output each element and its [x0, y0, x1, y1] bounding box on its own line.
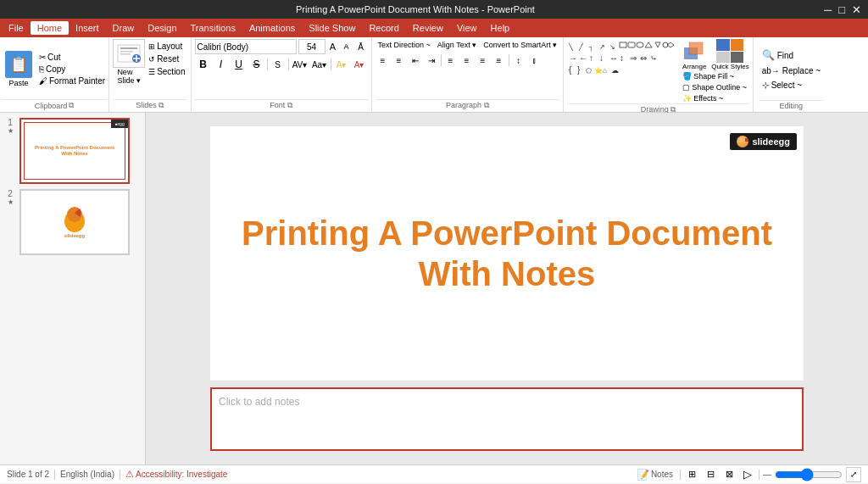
menu-file[interactable]: File: [2, 21, 31, 35]
logo-text: slideegg: [752, 136, 790, 147]
paste-button[interactable]: 📋 Paste: [2, 39, 36, 99]
svg-text:↘: ↘: [609, 43, 615, 51]
fit-slide-button[interactable]: ⤢: [846, 467, 861, 482]
menu-draw[interactable]: Draw: [106, 21, 142, 35]
reading-view-button[interactable]: ⊠: [721, 467, 737, 482]
slide-sorter-button[interactable]: ⊟: [703, 467, 718, 482]
menu-insert[interactable]: Insert: [69, 21, 106, 35]
underline-button[interactable]: U: [231, 57, 248, 72]
text-direction-button[interactable]: Text Direction ~: [376, 39, 433, 51]
arrange-button[interactable]: Arrange: [681, 39, 708, 70]
menu-view[interactable]: View: [450, 21, 484, 35]
menu-record[interactable]: Record: [362, 21, 405, 35]
zoom-slider[interactable]: [775, 469, 843, 481]
font-size-input[interactable]: [298, 39, 326, 54]
line-spacing-button[interactable]: ↕: [511, 53, 526, 68]
font-group-label[interactable]: Font ⧉: [195, 99, 368, 110]
svg-text:↕: ↕: [620, 53, 624, 63]
font-size-increase[interactable]: A: [327, 41, 339, 53]
maximize-btn[interactable]: □: [838, 3, 845, 16]
copy-button[interactable]: ⎘Copy: [37, 64, 107, 75]
slides-group-label[interactable]: Slides ⧉: [113, 99, 186, 110]
align-right-button[interactable]: ≡: [476, 53, 491, 68]
menu-home[interactable]: Home: [31, 21, 69, 35]
font-size-decrease[interactable]: A: [341, 41, 353, 53]
paragraph-group-label[interactable]: Paragraph ⧉: [376, 99, 560, 110]
status-bar: Slide 1 of 2 English (India) ⚠ Accessibi…: [0, 465, 868, 483]
svg-text:╱: ╱: [578, 42, 584, 51]
quick-styles-button[interactable]: Quick Styles: [711, 39, 748, 70]
main-area: 1 ★ Printing A PowerPoint DocumentWith N…: [0, 113, 868, 465]
svg-text:→: →: [569, 53, 577, 63]
svg-text:↔: ↔: [609, 53, 618, 63]
svg-text:┐: ┐: [588, 43, 594, 52]
slide-number-2: 2: [8, 189, 13, 198]
slide-thumb-2[interactable]: slideegg: [19, 189, 130, 255]
menu-slideshow[interactable]: Slide Show: [302, 21, 362, 35]
numbered-list-button[interactable]: ≡: [392, 53, 407, 68]
svg-text:⇒: ⇒: [630, 53, 637, 63]
section-button[interactable]: ☰Section: [147, 66, 186, 77]
slide-item-1[interactable]: 1 ★ Printing A PowerPoint DocumentWith N…: [3, 118, 142, 184]
close-btn[interactable]: ✕: [852, 3, 861, 16]
justify-button[interactable]: ≡: [492, 53, 507, 68]
strikethrough-button[interactable]: S: [248, 57, 265, 72]
font-name-input[interactable]: [195, 39, 297, 54]
align-left-button[interactable]: ≡: [443, 53, 459, 68]
shape-outline-button[interactable]: ▢Shape Outline ~: [681, 82, 748, 92]
window-title: Printing A PowerPoint Document With Note…: [7, 4, 824, 14]
slide-canvas[interactable]: slideegg Printing A PowerPoint Document …: [210, 126, 804, 381]
align-center-button[interactable]: ≡: [459, 53, 475, 68]
svg-rect-1: [120, 47, 137, 49]
decrease-indent-button[interactable]: ⇤: [408, 53, 423, 68]
menu-animations[interactable]: Animations: [242, 21, 302, 35]
slide-info: Slide 1 of 2: [7, 470, 49, 479]
change-case-button[interactable]: Aa▾: [310, 57, 329, 72]
shapes-palette[interactable]: ╲ ╱ ┐ ↗ ↘: [567, 39, 677, 75]
shape-effects-button[interactable]: ✨Effects ~: [681, 93, 748, 103]
clipboard-group-label[interactable]: Clipboard⧉: [2, 99, 107, 110]
svg-text:↓: ↓: [599, 53, 604, 63]
bold-button[interactable]: B: [195, 57, 212, 72]
align-text-button[interactable]: Align Text ▾: [435, 39, 479, 51]
menu-help[interactable]: Help: [484, 21, 517, 35]
notes-view-button[interactable]: 📝 Notes: [633, 468, 676, 481]
reset-button[interactable]: ↺Reset: [147, 53, 186, 64]
slide-panel: 1 ★ Printing A PowerPoint DocumentWith N…: [0, 113, 146, 465]
slide-main-content: Printing A PowerPoint Document With Note…: [210, 196, 804, 311]
slideshow-button[interactable]: ▷: [740, 467, 755, 482]
italic-button[interactable]: I: [213, 57, 230, 72]
svg-text:⬠: ⬠: [586, 67, 592, 75]
slide-logo: slideegg: [730, 133, 797, 150]
bullet-list-button[interactable]: ≡: [376, 53, 391, 68]
menu-transitions[interactable]: Transitions: [184, 21, 242, 35]
notes-area[interactable]: Click to add notes: [210, 387, 804, 451]
minimize-btn[interactable]: ─: [824, 3, 832, 16]
slide-thumb-1[interactable]: Printing A PowerPoint DocumentWith Notes…: [19, 118, 130, 184]
shadow-button[interactable]: S: [270, 57, 287, 72]
svg-rect-35: [689, 42, 703, 54]
find-button[interactable]: 🔍 Find: [759, 47, 824, 63]
title-bar: Printing A PowerPoint Document With Note…: [0, 0, 868, 19]
font-highlight-button[interactable]: A▾: [333, 57, 350, 72]
accessibility-button[interactable]: ⚠ Accessibility: Investigate: [125, 469, 227, 480]
format-painter-button[interactable]: 🖌Format Painter: [37, 75, 107, 86]
slide-item-2[interactable]: 2 ★ slideegg: [3, 189, 142, 255]
layout-button[interactable]: ⊞Layout: [147, 41, 186, 52]
replace-button[interactable]: ab→ Replace ~: [759, 64, 824, 77]
normal-view-button[interactable]: ⊞: [684, 467, 699, 482]
font-color-button[interactable]: A▾: [351, 57, 368, 72]
menu-design[interactable]: Design: [141, 21, 183, 35]
shape-fill-button[interactable]: 🪣Shape Fill ~: [681, 71, 748, 81]
menu-review[interactable]: Review: [406, 21, 450, 35]
increase-indent-button[interactable]: ⇥: [424, 53, 439, 68]
clear-format-button[interactable]: Ā: [354, 40, 368, 53]
convert-smartart-button[interactable]: Convert to SmartArt ▾: [481, 39, 559, 51]
cut-button[interactable]: ✂Cut: [37, 52, 107, 63]
new-slide-button[interactable]: NewSlide ▾: [113, 39, 145, 85]
select-button[interactable]: ⊹ Select ~: [759, 79, 824, 92]
char-spacing-button[interactable]: AV▾: [291, 57, 309, 72]
columns-button[interactable]: ⫾: [527, 53, 542, 68]
clipboard-group: 📋 Paste ✂Cut ⎘Copy 🖌Format Painter Cl: [0, 37, 109, 112]
canvas-area: slideegg Printing A PowerPoint Document …: [146, 113, 868, 465]
